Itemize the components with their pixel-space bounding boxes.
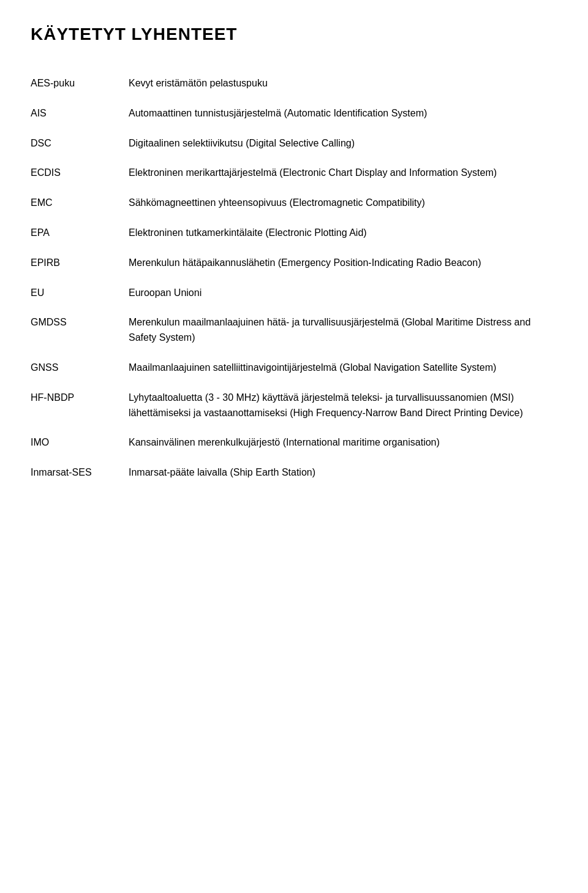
abbreviations-table: AES-pukuKevyt eristämätön pelastuspukuAI… xyxy=(31,69,557,488)
abbreviation-description: Sähkömagneettinen yhteensopivuus (Electr… xyxy=(129,188,557,218)
abbreviation-term: EMC xyxy=(31,188,129,218)
abbreviation-description: Elektroninen tutkamerkintälaite (Electro… xyxy=(129,218,557,248)
abbreviation-term: EPA xyxy=(31,218,129,248)
abbreviation-description: Inmarsat-pääte laivalla (Ship Earth Stat… xyxy=(129,458,557,488)
abbreviation-term: GNSS xyxy=(31,353,129,383)
abbreviation-description: Kansainvälinen merenkulkujärjestö (Inter… xyxy=(129,428,557,458)
abbreviation-term: IMO xyxy=(31,428,129,458)
abbreviation-term: HF-NBDP xyxy=(31,383,129,428)
table-row: EMCSähkömagneettinen yhteensopivuus (Ele… xyxy=(31,188,557,218)
abbreviation-term: EPIRB xyxy=(31,248,129,278)
table-row: ECDISElektroninen merikarttajärjestelmä … xyxy=(31,158,557,188)
abbreviation-description: Automaattinen tunnistusjärjestelmä (Auto… xyxy=(129,99,557,129)
abbreviation-description: Digitaalinen selektiivikutsu (Digital Se… xyxy=(129,129,557,159)
table-row: EPAElektroninen tutkamerkintälaite (Elec… xyxy=(31,218,557,248)
abbreviation-description: Merenkulun maailmanlaajuinen hätä- ja tu… xyxy=(129,308,557,353)
page-title: KÄYTETYT LYHENTEET xyxy=(31,25,557,44)
abbreviation-description: Elektroninen merikarttajärjestelmä (Elec… xyxy=(129,158,557,188)
abbreviation-term: DSC xyxy=(31,129,129,159)
table-row: Inmarsat-SESInmarsat-pääte laivalla (Shi… xyxy=(31,458,557,488)
abbreviation-description: Merenkulun hätäpaikannuslähetin (Emergen… xyxy=(129,248,557,278)
table-row: EUEuroopan Unioni xyxy=(31,278,557,308)
table-row: AES-pukuKevyt eristämätön pelastuspuku xyxy=(31,69,557,99)
abbreviation-term: EU xyxy=(31,278,129,308)
abbreviation-description: Euroopan Unioni xyxy=(129,278,557,308)
abbreviation-term: AIS xyxy=(31,99,129,129)
abbreviation-description: Lyhytaaltoaluetta (3 - 30 MHz) käyttävä … xyxy=(129,383,557,428)
abbreviation-term: Inmarsat-SES xyxy=(31,458,129,488)
table-row: EPIRBMerenkulun hätäpaikannuslähetin (Em… xyxy=(31,248,557,278)
table-row: DSCDigitaalinen selektiivikutsu (Digital… xyxy=(31,129,557,159)
table-row: HF-NBDPLyhytaaltoaluetta (3 - 30 MHz) kä… xyxy=(31,383,557,428)
abbreviation-term: ECDIS xyxy=(31,158,129,188)
abbreviation-description: Kevyt eristämätön pelastuspuku xyxy=(129,69,557,99)
abbreviation-term: GMDSS xyxy=(31,308,129,353)
table-row: AISAutomaattinen tunnistusjärjestelmä (A… xyxy=(31,99,557,129)
table-row: GNSSMaailmanlaajuinen satelliittinavigoi… xyxy=(31,353,557,383)
abbreviation-description: Maailmanlaajuinen satelliittinavigointij… xyxy=(129,353,557,383)
table-row: GMDSSMerenkulun maailmanlaajuinen hätä- … xyxy=(31,308,557,353)
abbreviation-term: AES-puku xyxy=(31,69,129,99)
table-row: IMOKansainvälinen merenkulkujärjestö (In… xyxy=(31,428,557,458)
